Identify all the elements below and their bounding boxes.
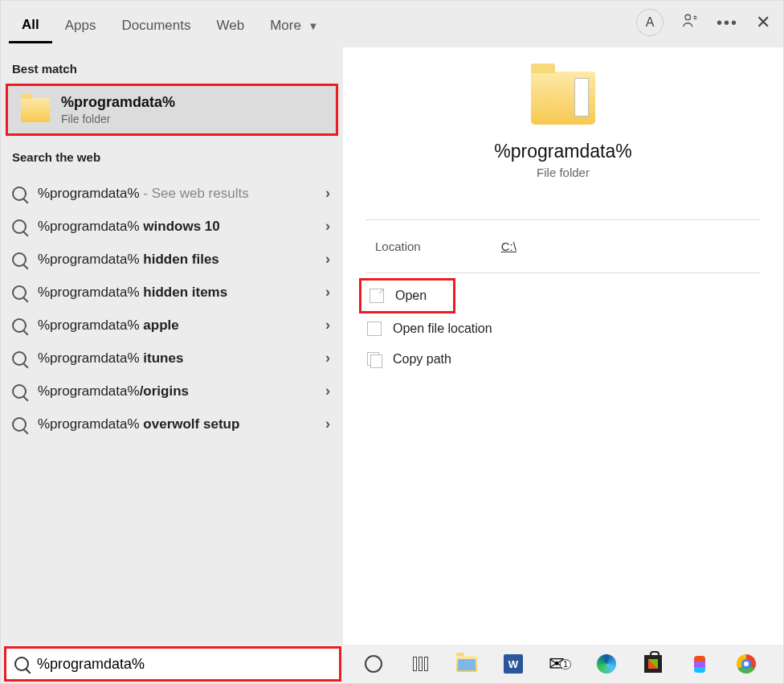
folder-icon — [21, 98, 50, 122]
ms-store-icon[interactable] — [642, 653, 664, 675]
more-options-icon[interactable]: ••• — [717, 14, 738, 32]
filter-tabbar: All Apps Documents Web More ▼ A ••• ✕ — [1, 1, 783, 47]
best-match-subtitle: File folder — [61, 113, 175, 125]
search-icon — [12, 417, 27, 432]
close-button[interactable]: ✕ — [756, 12, 770, 33]
chevron-right-icon: › — [325, 383, 330, 399]
task-view-icon[interactable] — [409, 653, 431, 675]
results-pane: Best match %programdata% File folder Sea… — [1, 47, 343, 645]
search-icon — [12, 318, 27, 333]
chevron-right-icon: › — [325, 284, 330, 301]
tab-documents[interactable]: Documents — [108, 6, 203, 42]
web-result-text: %programdata% - See web results — [38, 186, 249, 202]
taskbar-tray: W ✉1 — [345, 653, 783, 675]
preview-title: %programdata% — [494, 141, 631, 162]
web-result-text: %programdata%/origins — [38, 383, 189, 399]
search-web-heading: Search the web — [1, 144, 343, 172]
action-copy-path-label: Copy path — [393, 352, 451, 367]
tab-web[interactable]: Web — [203, 6, 257, 42]
preview-pane: %programdata% File folder Location C:\ O… — [343, 47, 783, 645]
copy-icon — [367, 352, 382, 367]
best-match-heading: Best match — [1, 55, 343, 84]
cortana-icon[interactable] — [362, 653, 385, 675]
web-result-item[interactable]: %programdata% - See web results› — [1, 177, 343, 210]
search-icon — [14, 657, 29, 671]
chevron-down-icon: ▼ — [308, 20, 319, 32]
best-match-item[interactable]: %programdata% File folder — [6, 84, 338, 136]
web-result-text: %programdata% hidden items — [38, 285, 227, 301]
top-right-controls: A ••• ✕ — [636, 9, 770, 36]
edge-icon[interactable] — [595, 653, 618, 675]
preview-actions: Open Open file location Copy path — [343, 273, 783, 379]
action-copy-path[interactable]: Copy path — [359, 344, 767, 375]
tab-apps[interactable]: Apps — [52, 6, 109, 42]
action-open-location-label: Open file location — [393, 322, 492, 336]
taskbar: W ✉1 — [1, 645, 783, 683]
search-icon — [12, 186, 27, 201]
chrome-icon[interactable] — [735, 653, 757, 675]
web-result-text: %programdata% hidden files — [38, 252, 219, 268]
word-icon[interactable]: W — [502, 653, 525, 675]
location-value[interactable]: C:\ — [501, 240, 517, 253]
action-open-location[interactable]: Open file location — [359, 313, 767, 344]
best-match-title: %programdata% — [61, 94, 175, 111]
chevron-right-icon: › — [325, 218, 330, 235]
web-result-text: %programdata% apple — [38, 317, 179, 334]
user-avatar[interactable]: A — [636, 9, 664, 36]
search-icon — [12, 252, 27, 267]
web-result-item[interactable]: %programdata% hidden files› — [1, 243, 343, 276]
action-open-label: Open — [395, 289, 427, 303]
web-result-item[interactable]: %programdata% hidden items› — [1, 276, 343, 309]
tab-more-label: More — [270, 18, 301, 33]
figma-icon[interactable] — [688, 653, 711, 675]
web-result-item[interactable]: %programdata%/origins› — [1, 375, 343, 408]
web-results-list: %programdata% - See web results›%program… — [1, 172, 343, 440]
chevron-right-icon: › — [325, 416, 330, 432]
feedback-icon[interactable] — [681, 12, 699, 34]
web-result-text: %programdata% itunes — [38, 350, 183, 367]
web-result-text: %programdata% windows 10 — [38, 219, 220, 235]
preview-subtitle: File folder — [537, 166, 590, 179]
folder-large-icon — [531, 72, 595, 125]
chevron-right-icon: › — [325, 317, 330, 334]
web-result-item[interactable]: %programdata% apple› — [1, 309, 343, 342]
location-row: Location C:\ — [343, 220, 783, 272]
tab-all[interactable]: All — [9, 6, 52, 43]
mail-icon[interactable]: ✉1 — [549, 653, 571, 675]
web-result-item[interactable]: %programdata% windows 10› — [1, 210, 343, 243]
chevron-right-icon: › — [325, 350, 330, 367]
web-result-item[interactable]: %programdata% overwolf setup› — [1, 408, 343, 440]
search-icon — [12, 219, 27, 234]
search-box[interactable] — [4, 646, 341, 682]
chevron-right-icon: › — [325, 251, 330, 268]
svg-point-0 — [685, 14, 690, 19]
search-icon — [12, 351, 27, 366]
action-open[interactable]: Open — [359, 278, 455, 313]
location-label: Location — [375, 240, 421, 253]
folder-outline-icon — [367, 322, 382, 336]
tab-more[interactable]: More ▼ — [257, 6, 331, 42]
search-input[interactable] — [37, 656, 331, 673]
open-icon — [370, 289, 384, 303]
web-result-item[interactable]: %programdata% itunes› — [1, 342, 343, 375]
web-result-text: %programdata% overwolf setup — [38, 416, 239, 432]
search-icon — [12, 384, 27, 399]
chevron-right-icon: › — [325, 185, 330, 202]
file-explorer-icon[interactable] — [455, 653, 478, 675]
search-icon — [12, 285, 27, 300]
